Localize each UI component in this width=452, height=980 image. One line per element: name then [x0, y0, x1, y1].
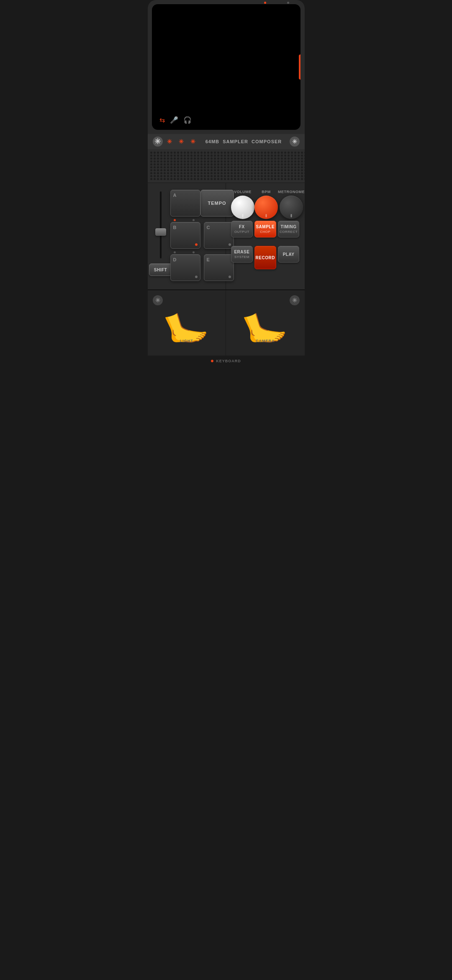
- play-button[interactable]: PLAY: [278, 246, 300, 263]
- grille-dot: [231, 166, 233, 168]
- grille-dot: [294, 175, 296, 177]
- bottom-left-asterisk[interactable]: ✳: [153, 295, 163, 305]
- grille-dot: [264, 172, 266, 174]
- volume-knob[interactable]: [231, 196, 254, 219]
- grille-dot: [237, 178, 239, 180]
- grille-dot: [241, 157, 243, 160]
- grille-dot: [234, 157, 236, 160]
- menu-button[interactable]: ✳: [290, 137, 300, 147]
- grille-dot: [194, 157, 196, 160]
- grille-dot: [164, 169, 166, 171]
- light-label: LIGHT: [180, 339, 193, 343]
- status-left: ✳ ✳ ✳ ✳: [153, 137, 198, 147]
- grille-dot: [261, 169, 263, 171]
- grille-dot: [184, 157, 186, 160]
- shift-button[interactable]: SHIFT: [149, 263, 172, 276]
- grille-dot: [281, 160, 283, 162]
- pad-a[interactable]: A: [170, 190, 200, 217]
- grille-dot: [197, 152, 199, 154]
- side-tab: [299, 54, 300, 80]
- volume-label: VOLUME: [234, 190, 252, 194]
- pad-b[interactable]: B: [170, 222, 200, 249]
- grille-dot: [261, 166, 263, 168]
- grille-dot: [167, 160, 169, 162]
- grille-dot: [154, 163, 156, 165]
- record-button[interactable]: RECORD: [254, 246, 276, 269]
- grille-dot: [247, 175, 249, 177]
- pad-d-top-led: [174, 251, 176, 253]
- grille-dot: [291, 166, 293, 168]
- erase-label: ERASE: [234, 250, 249, 254]
- grille-dot: [264, 178, 266, 180]
- grille-dot: [214, 172, 216, 174]
- grille-dot: [154, 172, 156, 174]
- device-title: 64MB SAMPLER COMPOSER: [205, 139, 282, 144]
- grille-dot: [267, 155, 270, 157]
- grille-dot: [241, 172, 243, 174]
- pad-d[interactable]: D: [170, 254, 200, 281]
- grille-dot: [277, 152, 280, 154]
- grille-dot: [244, 172, 246, 174]
- grille-dot: [211, 169, 213, 171]
- grille-dot: [271, 163, 273, 165]
- metronome-knob[interactable]: GAIN: [280, 196, 303, 219]
- grille-dot: [237, 163, 239, 165]
- sample-button[interactable]: SAMPLE CHOP: [254, 221, 276, 237]
- headphones-icon: 🎧: [183, 116, 192, 124]
- pad-e[interactable]: E: [204, 254, 234, 281]
- pad-c[interactable]: C: [204, 222, 234, 249]
- grille-dot: [261, 160, 263, 162]
- grille-dot: [197, 169, 199, 171]
- grille-dot: [187, 155, 189, 157]
- grille-dot: [284, 178, 286, 180]
- grille-dot: [190, 175, 193, 177]
- grille-dot: [264, 163, 266, 165]
- grille-dot: [237, 172, 239, 174]
- fx-button[interactable]: FX OUTPUT: [231, 221, 253, 237]
- grille-dot: [244, 152, 246, 154]
- grille-dot: [174, 157, 176, 160]
- grille-dot: [184, 169, 186, 171]
- grille-dot: [197, 178, 199, 180]
- grille-dot: [164, 175, 166, 177]
- grille-dot: [194, 160, 196, 162]
- power-button[interactable]: ✳: [153, 137, 163, 147]
- grille-dot: [207, 169, 209, 171]
- grille-dot: [150, 152, 152, 154]
- grille-dot: [241, 178, 243, 180]
- grille-dot: [211, 152, 213, 154]
- bpm-knob[interactable]: [254, 196, 278, 219]
- grille-dot: [217, 178, 219, 180]
- pad-c-label: C: [207, 225, 210, 230]
- erase-button[interactable]: ERASE SYSTEM: [231, 246, 253, 263]
- mic-icon: 🎤: [170, 116, 178, 124]
- grille-dot: [204, 155, 206, 157]
- grille-dot: [267, 163, 270, 165]
- grille-dot: [221, 166, 223, 168]
- grille-dot: [291, 155, 293, 157]
- keyboard-bar[interactable]: KEYBOARD: [148, 356, 305, 366]
- grille-dot: [301, 166, 303, 168]
- grille-dot: [197, 172, 199, 174]
- grille-dot: [167, 163, 169, 165]
- volume-fader[interactable]: SHIFT: [154, 190, 167, 283]
- grille-dot: [174, 152, 176, 154]
- grille-dot: [217, 169, 219, 171]
- grille-dot: [214, 160, 216, 162]
- grille-dot: [281, 175, 283, 177]
- keyboard-label: KEYBOARD: [216, 359, 241, 363]
- pad-e-label: E: [207, 257, 210, 262]
- bottom-right-asterisk[interactable]: ✳: [290, 295, 300, 305]
- grille-dot: [217, 157, 219, 160]
- bottom-right: ✳ 🦶 CAMERA: [226, 290, 305, 356]
- grille-dot: [247, 163, 249, 165]
- fader-handle[interactable]: [155, 228, 166, 236]
- grille-dot: [291, 157, 293, 160]
- grille-dot: [221, 175, 223, 177]
- grille-dot: [301, 160, 303, 162]
- grille-dot: [231, 178, 233, 180]
- grille-dot: [177, 163, 179, 165]
- timing-button[interactable]: TIMING CORRECT: [278, 221, 300, 237]
- grille-dot: [301, 169, 303, 171]
- grille-dot: [170, 157, 172, 160]
